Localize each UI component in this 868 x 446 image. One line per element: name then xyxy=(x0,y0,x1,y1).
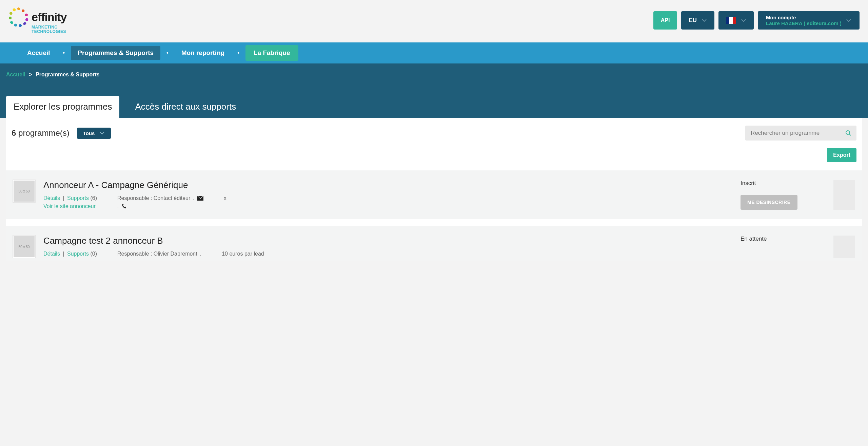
program-responsable: Responsable : Olivier Dapremont xyxy=(117,251,197,257)
header-controls: API EU Mon compte Laure HAZERA ( editeur… xyxy=(653,11,860,30)
account-menu[interactable]: Mon compte Laure HAZERA ( editeura.com ) xyxy=(758,11,860,30)
nav-accueil[interactable]: Accueil xyxy=(20,46,57,60)
program-row-gutter xyxy=(833,180,855,210)
program-title: Annonceur A - Campagne Générique xyxy=(43,180,732,190)
nav-separator: • xyxy=(237,50,239,56)
breadcrumb-current: Programmes & Supports xyxy=(36,72,99,77)
program-extra: x xyxy=(224,195,226,201)
nav-separator: • xyxy=(63,50,65,56)
language-selector[interactable] xyxy=(718,11,754,30)
program-extra: 10 euros par lead xyxy=(222,251,264,257)
program-responsable: Responsable : Contact éditeur xyxy=(117,195,190,201)
program-thumbnail: 50 x 50 xyxy=(13,180,35,202)
nav-la-fabrique[interactable]: La Fabrique xyxy=(245,45,298,61)
chevron-down-icon xyxy=(741,19,746,22)
account-label: Mon compte xyxy=(766,15,842,20)
top-bar: effinity MARKETINGTECHNOLOGIES API EU Mo… xyxy=(0,0,868,42)
region-selector[interactable]: EU xyxy=(681,11,714,30)
mail-icon xyxy=(197,196,203,201)
logo[interactable]: effinity MARKETINGTECHNOLOGIES xyxy=(8,7,66,34)
program-row: 50 x 50 Annonceur A - Campagne Générique… xyxy=(6,170,862,219)
program-supports-link[interactable]: Supports xyxy=(67,251,89,257)
phone-icon xyxy=(121,204,127,209)
program-thumbnail: 50 x 50 xyxy=(13,236,35,258)
program-title: Campagne test 2 annonceur B xyxy=(43,236,732,246)
search-box xyxy=(745,126,856,141)
search-icon xyxy=(845,130,851,136)
nav-programmes-supports[interactable]: Programmes & Supports xyxy=(71,46,160,60)
program-row-gutter xyxy=(833,236,855,258)
tab-explorer-programmes[interactable]: Explorer les programmes xyxy=(6,96,119,118)
chevron-down-icon xyxy=(99,131,105,135)
svg-line-1 xyxy=(849,134,851,135)
logo-wordmark: effinity xyxy=(32,11,66,24)
program-status: En attente xyxy=(741,236,767,242)
program-details-link[interactable]: Détails xyxy=(43,195,60,201)
program-site-link[interactable]: Voir le site annonceur xyxy=(43,203,96,209)
export-button[interactable]: Export xyxy=(827,148,856,162)
program-details-link[interactable]: Détails xyxy=(43,251,60,257)
logo-mark xyxy=(8,7,29,27)
main-nav: Accueil • Programmes & Supports • Mon re… xyxy=(0,42,868,63)
program-list: 50 x 50 Annonceur A - Campagne Générique… xyxy=(6,170,862,261)
tab-bar: Explorer les programmes Accès direct aux… xyxy=(6,96,862,118)
api-button[interactable]: API xyxy=(653,11,677,30)
chevron-down-icon xyxy=(702,19,707,22)
nav-mon-reporting[interactable]: Mon reporting xyxy=(175,46,232,60)
search-input[interactable] xyxy=(745,126,840,141)
program-row: 50 x 50 Campagne test 2 annonceur B Déta… xyxy=(6,226,862,261)
svg-point-0 xyxy=(846,131,850,134)
logo-subtitle: MARKETINGTECHNOLOGIES xyxy=(32,25,66,34)
program-count: 6 programme(s) xyxy=(12,128,70,138)
unsubscribe-button[interactable]: ME DESINSCRIRE xyxy=(741,195,797,210)
breadcrumb: Accueil > Programmes & Supports xyxy=(6,72,862,78)
program-status: Inscrit xyxy=(741,180,756,187)
filter-dropdown[interactable]: Tous xyxy=(77,128,111,139)
nav-separator: • xyxy=(166,50,169,56)
content-panel: 6 programme(s) Tous Export 50 x 50 Annon… xyxy=(6,118,862,261)
search-button[interactable] xyxy=(840,126,856,141)
account-user: Laure HAZERA ( editeura.com ) xyxy=(766,20,842,26)
program-supports-link[interactable]: Supports xyxy=(67,195,89,201)
breadcrumb-home[interactable]: Accueil xyxy=(6,72,25,77)
chevron-down-icon xyxy=(846,19,851,22)
subheader: Accueil > Programmes & Supports Explorer… xyxy=(0,63,868,118)
tab-acces-supports[interactable]: Accès direct aux supports xyxy=(127,96,243,118)
flag-fr-icon xyxy=(726,17,736,24)
